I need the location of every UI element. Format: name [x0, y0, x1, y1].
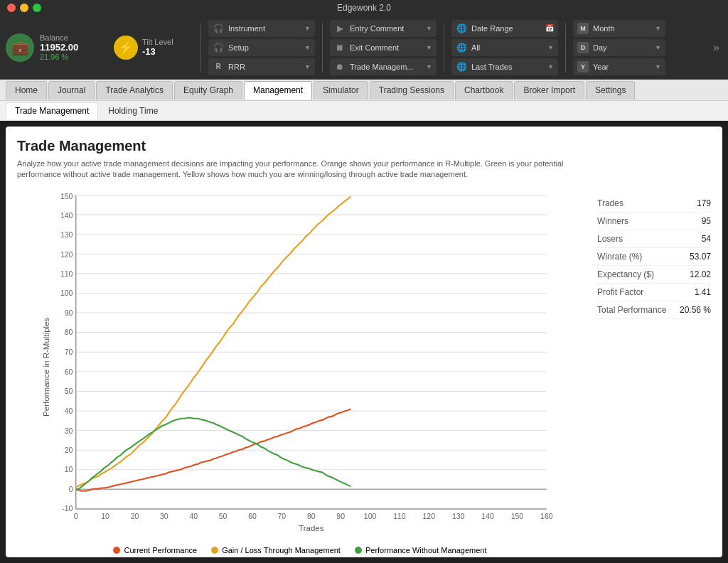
balance-info: Balance 11952.00 21.96 %	[40, 33, 78, 61]
day-badge: D	[577, 42, 589, 53]
svg-text:150: 150	[511, 511, 524, 520]
tilt-info: Tilt Level -13	[142, 38, 173, 57]
chart-legend: Current Performance Gain / Loss Through …	[17, 542, 583, 554]
date-range-dropdown[interactable]: 🌐 Date Range 📅	[451, 20, 558, 37]
balance-pct: 21.96 %	[40, 53, 78, 61]
stat-winrate-label: Winrate (%)	[597, 252, 642, 262]
exit-comment-dropdown[interactable]: ⏹ Exit Comment ▼	[330, 39, 437, 56]
y-axis-labels: -10 0 10 20 30 40 50 60 70 80 90 100 110…	[60, 192, 73, 513]
tab-trade-analytics[interactable]: Trade Analytics	[96, 81, 173, 100]
trade-management-chart: Performance in R-Multiples	[17, 188, 583, 539]
instrument-dropdown[interactable]: 🎧 Instrument ▼	[208, 20, 315, 37]
month-dropdown[interactable]: M Month ▼	[573, 20, 665, 37]
stat-total-perf-label: Total Performance	[597, 305, 666, 315]
tab-equity-graph[interactable]: Equity Graph	[174, 81, 242, 100]
without-management-line	[76, 418, 351, 490]
svg-text:30: 30	[65, 427, 73, 435]
instrument-arrow: ▼	[304, 25, 311, 32]
stat-winrate-value: 53.07	[690, 252, 711, 262]
tab-journal[interactable]: Journal	[48, 81, 95, 100]
day-dropdown[interactable]: D Day ▼	[573, 39, 665, 56]
tab-settings[interactable]: Settings	[586, 81, 635, 100]
svg-text:140: 140	[60, 211, 73, 220]
chart-stats: Trades 179 Winners 95 Losers 54 Winrate …	[597, 188, 711, 539]
tab-chartbook[interactable]: Chartbook	[455, 81, 513, 100]
current-dot	[113, 547, 120, 554]
last-trades-dropdown[interactable]: 🌐 Last Trades ▼	[451, 58, 558, 75]
stat-winners-value: 95	[702, 216, 711, 226]
expand-button[interactable]: »	[710, 38, 722, 57]
month-label: Month	[593, 24, 651, 33]
stat-winrate: Winrate (%) 53.07	[597, 248, 711, 266]
gain-loss-line	[76, 196, 351, 487]
subtab-trade-management[interactable]: Trade Management	[6, 102, 98, 119]
exit-comment-icon: ⏹	[334, 43, 346, 53]
tab-simulator[interactable]: Simulator	[314, 81, 368, 100]
stat-losers: Losers 54	[597, 230, 711, 248]
month-arrow: ▼	[655, 25, 661, 32]
stat-trades: Trades 179	[597, 195, 711, 213]
sub-tabs: Trade Management Holding Time	[0, 101, 728, 121]
minimize-button[interactable]	[20, 4, 28, 12]
legend-without-mgmt: Performance Without Management	[355, 546, 487, 554]
year-dropdown[interactable]: Y Year ▼	[573, 58, 665, 75]
svg-text:Performance in R-Multiples: Performance in R-Multiples	[42, 317, 50, 416]
entry-comment-dropdown[interactable]: ▶ Entry Comment ▼	[330, 20, 437, 37]
section-title: Trade Management	[17, 138, 711, 154]
stat-total-performance: Total Performance 20.56 %	[597, 301, 711, 319]
rrr-icon: R	[213, 63, 224, 70]
stat-expectancy-label: Expectancy ($)	[597, 269, 654, 279]
tilt-value: -13	[142, 46, 173, 57]
rrr-arrow: ▼	[304, 63, 311, 70]
balance-label: Balance	[40, 33, 78, 42]
all-icon: 🌐	[456, 43, 467, 53]
svg-text:100: 100	[364, 511, 377, 520]
chart-area: Performance in R-Multiples	[17, 188, 583, 539]
gain-loss-dot	[211, 547, 218, 554]
calendar-icon: 📅	[545, 24, 554, 32]
stat-winners-label: Winners	[597, 216, 628, 226]
maximize-button[interactable]	[33, 4, 41, 12]
trade-mgmt-icon: ⏺	[334, 62, 346, 72]
current-label: Current Performance	[124, 546, 197, 554]
divider-4	[565, 23, 566, 73]
toolbar: 💼 Balance 11952.00 21.96 % ⚡ Tilt Level …	[0, 16, 728, 80]
last-trades-label: Last Trades	[471, 63, 543, 71]
section-desc: Analyze how your active trade management…	[17, 159, 600, 181]
svg-text:-10: -10	[62, 504, 73, 513]
svg-text:0: 0	[74, 511, 78, 520]
tab-management[interactable]: Management	[244, 81, 312, 100]
all-label: All	[471, 43, 543, 52]
rrr-dropdown[interactable]: R RRR ▼	[208, 58, 315, 75]
app-title: Edgewonk 2.0	[337, 3, 391, 13]
trade-mgmt-dropdown[interactable]: ⏺ Trade Managem... ▼	[330, 58, 437, 75]
date-range-label: Date Range	[471, 24, 541, 33]
svg-text:30: 30	[160, 511, 168, 520]
titlebar: Edgewonk 2.0	[0, 0, 728, 16]
svg-text:0: 0	[69, 485, 73, 493]
stat-total-perf-value: 20.56 %	[680, 305, 711, 315]
subtab-holding-time[interactable]: Holding Time	[100, 102, 166, 119]
exit-comment-arrow: ▼	[426, 44, 432, 51]
svg-text:120: 120	[60, 250, 73, 259]
close-button[interactable]	[7, 4, 16, 12]
tab-broker-import[interactable]: Broker Import	[514, 81, 584, 100]
svg-text:120: 120	[423, 511, 436, 520]
svg-text:110: 110	[60, 269, 73, 278]
svg-text:90: 90	[65, 309, 73, 317]
svg-text:60: 60	[248, 511, 257, 520]
stat-losers-label: Losers	[597, 234, 623, 244]
without-mgmt-label: Performance Without Management	[365, 546, 487, 554]
svg-text:40: 40	[65, 407, 73, 415]
tilt-icon: ⚡	[114, 36, 138, 60]
filter-group-3: 🌐 Date Range 📅 🌐 All ▼ 🌐 Last Trades ▼	[451, 20, 558, 75]
x-axis-label: Trades	[299, 524, 324, 532]
all-dropdown[interactable]: 🌐 All ▼	[451, 39, 558, 56]
year-arrow: ▼	[655, 63, 661, 70]
tab-home[interactable]: Home	[6, 81, 47, 100]
svg-text:50: 50	[65, 387, 73, 395]
tab-trading-sessions[interactable]: Trading Sessions	[370, 81, 454, 100]
stat-expectancy: Expectancy ($) 12.02	[597, 266, 711, 284]
entry-comment-arrow: ▼	[426, 25, 432, 32]
setup-dropdown[interactable]: 🎧 Setup ▼	[208, 39, 315, 56]
